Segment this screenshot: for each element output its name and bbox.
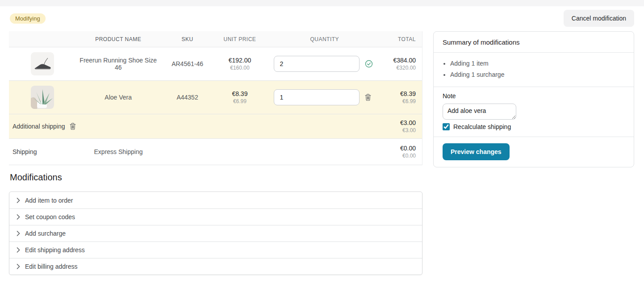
top-bar <box>0 0 644 6</box>
recalculate-shipping-checkbox[interactable] <box>443 123 450 130</box>
accordion-item-add-surcharge[interactable]: Add surcharge <box>9 225 422 241</box>
quantity-cell <box>265 89 384 105</box>
chevron-right-icon <box>17 247 20 253</box>
line-total-old: €320.00 <box>384 65 416 71</box>
quantity-cell <box>265 56 384 72</box>
header-unit-price: UNIT PRICE <box>214 36 266 42</box>
product-sku: AR4561-46 <box>161 60 214 67</box>
product-name: Freerun Running Shoe Size 46 <box>76 57 161 71</box>
header-quantity: QUANTITY <box>265 36 384 42</box>
summary-header: Summary of modifications <box>434 32 634 52</box>
trash-icon[interactable] <box>365 94 371 101</box>
shipping-total: €0.00 <box>384 145 416 152</box>
summary-title: Summary of modifications <box>443 38 520 46</box>
summary-panel: Summary of modifications Adding 1 item A… <box>433 31 634 167</box>
recalculate-shipping-label: Recalculate shipping <box>453 123 511 130</box>
accordion-item-coupon-codes[interactable]: Set coupon codes <box>9 208 422 225</box>
unit-price-old: €6.99 <box>214 98 266 104</box>
summary-bullet-list: Adding 1 item Adding 1 surcharge <box>443 58 625 80</box>
product-thumbnail-cell <box>9 86 76 109</box>
cancel-modification-button[interactable]: Cancel modification <box>564 10 634 27</box>
total-cell: €384.00 €320.00 <box>384 57 422 71</box>
unit-price-old: €160.00 <box>214 65 266 71</box>
status-badge-modifying: Modifying <box>10 13 46 24</box>
preview-section: Preview changes <box>434 137 634 167</box>
accordion-item-label: Edit shipping address <box>25 246 85 254</box>
note-section: Note Add aloe vera Recalculate shipping <box>434 87 634 137</box>
accordion-item-label: Set coupon codes <box>25 213 75 221</box>
unit-price-cell: €8.39 €6.99 <box>214 90 266 104</box>
surcharge-label-cell: Additional shipping <box>9 123 384 130</box>
surcharge-total: €3.00 <box>384 119 416 126</box>
header-total: TOTAL <box>384 36 422 42</box>
total-cell: €0.00 €0.00 <box>384 145 422 159</box>
chevron-right-icon <box>17 198 20 203</box>
product-name: Aloe Vera <box>76 94 161 101</box>
check-circle-icon <box>365 60 373 68</box>
line-total: €384.00 <box>384 57 416 64</box>
note-input[interactable]: Add aloe vera <box>443 104 516 120</box>
accordion-item-edit-shipping-address[interactable]: Edit shipping address <box>9 241 422 258</box>
recalculate-shipping-row: Recalculate shipping <box>443 123 625 130</box>
table-row: Freerun Running Shoe Size 46 AR4561-46 €… <box>9 47 422 81</box>
summary-bullets-section: Adding 1 item Adding 1 surcharge <box>434 52 634 87</box>
shipping-total-old: €0.00 <box>384 153 416 159</box>
surcharge-total-old: €3.00 <box>384 127 416 133</box>
chevron-right-icon <box>17 264 20 269</box>
header-sku: SKU <box>161 36 214 42</box>
shipping-method: Express Shipping <box>76 148 161 155</box>
preview-changes-button[interactable]: Preview changes <box>443 143 510 160</box>
total-cell: €8.39 €6.99 <box>384 90 422 104</box>
line-total-old: €6.99 <box>384 98 416 104</box>
shipping-label: Shipping <box>9 148 76 155</box>
order-items-table: PRODUCT NAME SKU UNIT PRICE QUANTITY TOT… <box>9 31 422 165</box>
chevron-right-icon <box>17 231 20 236</box>
surcharge-label: Additional shipping <box>13 123 65 130</box>
accordion-item-add-item[interactable]: Add item to order <box>9 192 422 208</box>
modifications-title: Modifications <box>10 172 62 183</box>
total-cell: €3.00 €3.00 <box>384 119 422 133</box>
product-sku: A44352 <box>161 94 214 101</box>
shoe-product-image <box>31 52 54 75</box>
summary-bullet: Adding 1 item <box>450 58 625 69</box>
quantity-input[interactable] <box>274 56 360 72</box>
accordion-item-label: Add surcharge <box>25 230 66 237</box>
quantity-input[interactable] <box>274 89 360 105</box>
summary-bullet: Adding 1 surcharge <box>450 69 625 80</box>
chevron-right-icon <box>17 214 20 220</box>
table-row: Aloe Vera A44352 €8.39 €6.99 €8.39 €6.99 <box>9 81 422 114</box>
aloe-product-image <box>31 86 54 109</box>
line-total: €8.39 <box>384 90 416 97</box>
unit-price-cell: €192.00 €160.00 <box>214 57 266 71</box>
table-header-row: PRODUCT NAME SKU UNIT PRICE QUANTITY TOT… <box>9 31 422 47</box>
accordion-item-label: Edit billing address <box>25 263 78 270</box>
trash-icon[interactable] <box>70 123 76 130</box>
modifications-accordion: Add item to order Set coupon codes Add s… <box>9 191 422 275</box>
accordion-item-edit-billing-address[interactable]: Edit billing address <box>9 258 422 275</box>
surcharge-row: Additional shipping €3.00 €3.00 <box>9 114 422 139</box>
header-product-name: PRODUCT NAME <box>76 36 161 42</box>
accordion-item-label: Add item to order <box>25 197 73 204</box>
unit-price: €192.00 <box>214 57 266 64</box>
product-thumbnail-cell <box>9 52 76 75</box>
unit-price: €8.39 <box>214 90 266 97</box>
note-label: Note <box>443 92 625 100</box>
shipping-row: Shipping Express Shipping €0.00 €0.00 <box>9 139 422 165</box>
